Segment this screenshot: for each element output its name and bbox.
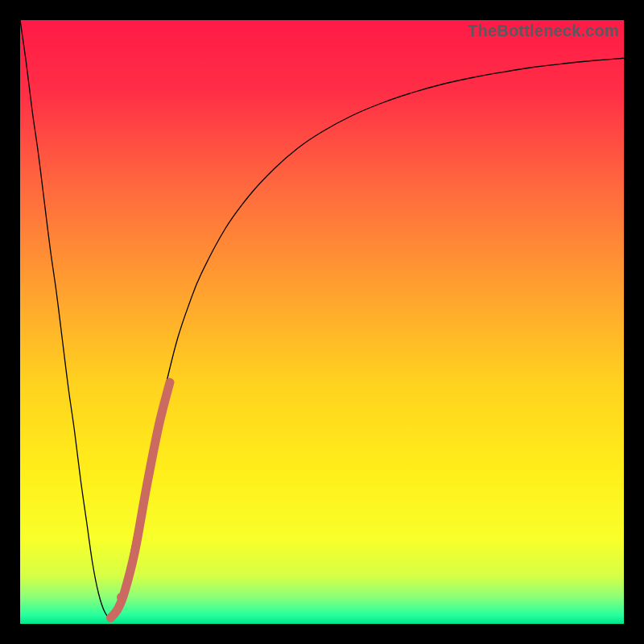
chart-frame: TheBottleneck.com bbox=[0, 0, 644, 644]
highlight-dot bbox=[117, 592, 126, 602]
chart-svg bbox=[20, 20, 624, 624]
chart-plot-area: TheBottleneck.com bbox=[20, 20, 624, 624]
watermark-text: TheBottleneck.com bbox=[468, 22, 619, 40]
chart-background bbox=[20, 20, 624, 624]
